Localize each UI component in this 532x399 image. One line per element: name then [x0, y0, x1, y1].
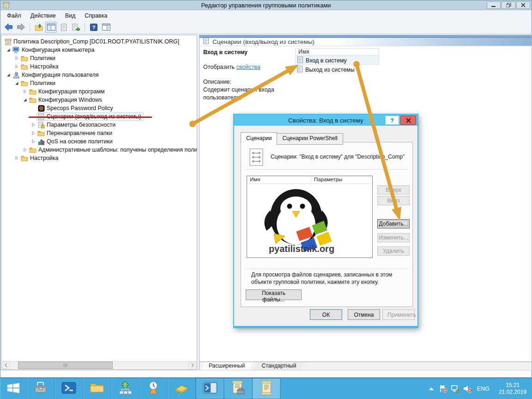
up-button[interactable]: Вверх	[377, 185, 410, 195]
powershell-button[interactable]	[55, 378, 83, 399]
column-params[interactable]: Параметры	[311, 176, 372, 184]
view-tab-extended[interactable]: Расширенный	[200, 362, 254, 370]
expander-closed-icon[interactable]	[13, 155, 20, 161]
start-button[interactable]	[0, 378, 27, 399]
svg-text:?: ?	[92, 25, 95, 30]
tree-item[interactable]: Конфигурация программ	[1, 87, 197, 96]
cancel-button[interactable]: Отмена	[348, 309, 380, 320]
tree-item-label: Конфигурация Windows	[38, 97, 102, 103]
scrollbar-track[interactable]	[10, 362, 188, 369]
edit-button[interactable]: Изменить...	[377, 233, 410, 242]
name-column-header[interactable]: Имя	[295, 48, 379, 55]
tab-scripts[interactable]: Сценарии	[241, 132, 277, 144]
scrollbar-thumb[interactable]	[18, 362, 113, 369]
listbox-header: Имя Параметры	[247, 176, 372, 184]
toolbar-separator	[85, 23, 85, 32]
scripts-listbox[interactable]: Имя Параметры pyatilistnik.org	[247, 176, 373, 258]
expander-open-icon[interactable]	[22, 97, 28, 103]
tree-item[interactable]: Specops Password Policy	[1, 104, 197, 112]
dialog-titlebar[interactable]: Свойства: Вход в систему ?	[234, 115, 417, 126]
tree-horizontal-scrollbar[interactable]	[2, 361, 196, 369]
network-warning-icon[interactable]	[451, 385, 459, 393]
powershell-ise-button[interactable]	[196, 378, 224, 399]
expander-closed-icon[interactable]	[30, 122, 36, 128]
tree-item[interactable]: Политики	[1, 54, 197, 62]
volume-muted-icon[interactable]	[463, 385, 472, 393]
gpmc-button[interactable]	[224, 378, 252, 399]
delete-button[interactable]: Удалить	[377, 246, 410, 256]
restore-button[interactable]	[502, 1, 515, 9]
help-icon[interactable]: ?	[88, 22, 99, 33]
script-icon	[297, 56, 303, 65]
dialog-close-button[interactable]	[400, 116, 416, 125]
tree-item[interactable]: QoS на основе политики	[1, 137, 197, 146]
time-tool-button[interactable]	[139, 378, 168, 399]
tab-powershell-scripts[interactable]: Сценарии PowerShell	[277, 133, 343, 145]
expander-closed-icon[interactable]	[30, 130, 36, 136]
powershell-ise-icon	[203, 381, 218, 396]
expander-open-icon[interactable]	[13, 80, 20, 86]
console-tree-icon[interactable]	[45, 22, 57, 33]
scroll-right-icon[interactable]	[188, 362, 196, 369]
doc-icon[interactable]	[58, 22, 69, 33]
library-button[interactable]	[168, 378, 196, 399]
tree-item[interactable]: Настройка	[1, 62, 197, 71]
column-name[interactable]: Имя	[247, 176, 311, 184]
details-title: Сценарии (вход/выход из системы)	[212, 38, 314, 45]
tree-item[interactable]: Административные шаблоны: получены опред…	[1, 146, 197, 154]
forward-arrow-icon[interactable]	[15, 22, 27, 33]
up-one-level-icon[interactable]	[33, 22, 44, 33]
dialog-help-button[interactable]: ?	[385, 116, 399, 125]
expander-closed-icon[interactable]	[22, 147, 28, 153]
server-manager-button[interactable]	[27, 378, 55, 399]
list-item[interactable]: Выход из системы	[295, 65, 379, 74]
ok-button[interactable]: ОК	[310, 309, 342, 320]
expander-closed-icon[interactable]	[13, 55, 20, 61]
apply-button[interactable]: Применить	[382, 309, 415, 320]
tree-item[interactable]: Конфигурация компьютера	[1, 46, 197, 54]
expander-closed-icon[interactable]	[30, 138, 36, 145]
view-tab-standard[interactable]: Стандартный	[254, 362, 305, 370]
properties-link[interactable]: свойства	[236, 64, 260, 70]
back-arrow-icon[interactable]	[3, 22, 14, 33]
window-titlebar[interactable]: Редактор управления групповыми политикам…	[0, 0, 532, 10]
expander-open-icon[interactable]	[5, 72, 12, 78]
language-indicator[interactable]: ENG	[475, 386, 491, 392]
note-line2: объекте групповой политики, нажмите эту …	[251, 279, 379, 285]
dialog-tabs: Сценарии Сценарии PowerShell	[241, 132, 343, 144]
menu-вид[interactable]: Вид	[60, 11, 80, 20]
action-center-flag-icon[interactable]	[439, 385, 447, 393]
watermark-image: pyatilistnik.org	[250, 184, 356, 258]
menu-действие[interactable]: Действие	[26, 11, 60, 20]
scroll-left-icon[interactable]	[2, 362, 10, 369]
expander-open-icon[interactable]	[5, 47, 12, 53]
tree-item[interactable]: Конфигурация пользователя	[1, 71, 197, 79]
folder-icon	[21, 55, 28, 62]
close-button[interactable]	[516, 1, 530, 9]
powershell-icon	[61, 381, 76, 396]
gp-editor-button[interactable]	[252, 378, 280, 399]
tree-item[interactable]: Политика Description_Comp [DC01.ROOT.PYA…	[1, 37, 197, 46]
svg-text:pyatilistnik.org: pyatilistnik.org	[269, 244, 334, 254]
menu-файл[interactable]: Файл	[2, 11, 26, 20]
expander-closed-icon[interactable]	[13, 63, 20, 70]
file-explorer-button[interactable]	[83, 378, 111, 399]
ad-tool-button[interactable]	[111, 378, 139, 399]
menu-справка[interactable]: Справка	[80, 11, 112, 20]
scripts-list: Имя Вход в системуВыход из системы	[295, 48, 379, 74]
tree-item[interactable]: Политики	[1, 79, 197, 87]
chevron-up-icon[interactable]	[427, 385, 435, 393]
add-button[interactable]: Добавить...	[377, 219, 410, 228]
show-files-button[interactable]: Показать файлы...	[246, 289, 302, 300]
panel-window-icon[interactable]	[100, 22, 112, 33]
tree-item[interactable]: Параметры безопасности	[1, 121, 197, 129]
list-item[interactable]: Вход в систему	[295, 56, 379, 65]
tree-item[interactable]: Перенаправление папки	[1, 129, 197, 137]
expander-closed-icon[interactable]	[22, 88, 28, 95]
minimize-button[interactable]	[487, 1, 501, 9]
tree-item[interactable]: Настройка	[1, 154, 197, 162]
tree-item[interactable]: Конфигурация Windows	[1, 96, 197, 104]
export-list-icon[interactable]	[70, 22, 82, 33]
down-button[interactable]: Вниз	[377, 196, 410, 205]
clock[interactable]: 15:21 21.02.2019	[495, 382, 530, 396]
